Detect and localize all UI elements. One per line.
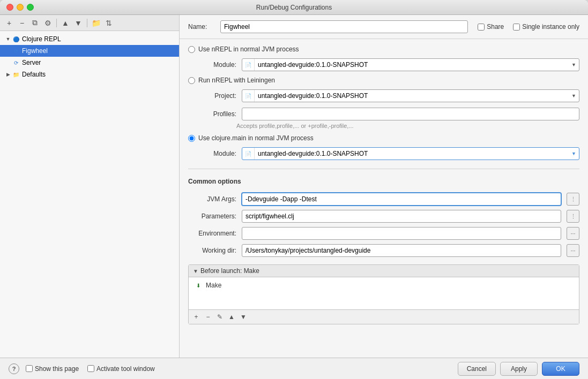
radio-clojure-main[interactable]	[188, 135, 195, 142]
project-row: Project: 📄 untangled-devguide:0.1.0-SNAP…	[199, 89, 579, 102]
move-down-button[interactable]: ▼	[72, 17, 84, 29]
help-button[interactable]: ?	[9, 363, 19, 374]
project-select-wrapper: 📄 untangled-devguide:0.1.0-SNAPSHOT ▼	[242, 89, 579, 102]
before-launch-up-button[interactable]: ▲	[226, 312, 237, 322]
common-options: JVM Args: ⋮ Parameters: ⋮ Environment:	[188, 193, 579, 257]
window-title: Run/Debug Configurations	[256, 4, 332, 11]
module-select-1[interactable]: untangled-devguide:0.1.0-SNAPSHOT	[255, 59, 569, 71]
move-up-button[interactable]: ▲	[59, 17, 71, 29]
profiles-row: Profiles:	[199, 108, 579, 120]
before-launch-down-button[interactable]: ▼	[238, 312, 249, 322]
settings-config-button[interactable]: ⚙	[42, 17, 54, 29]
copy-config-button[interactable]: ⧉	[29, 17, 41, 29]
profiles-label: Profiles:	[199, 110, 236, 118]
show-page-text: Show this page	[35, 365, 79, 373]
jvm-args-input[interactable]	[242, 193, 561, 206]
module-arrow-1[interactable]: ▼	[569, 62, 579, 67]
left-panel: + − ⧉ ⚙ ▲ ▼ 📁 ⇅ ▼ 🔵 Clojure REPL	[0, 15, 180, 358]
minimize-button[interactable]	[17, 4, 24, 11]
parameters-row: Parameters: ⋮	[188, 210, 579, 223]
tree-label-figwheel: Figwheel	[22, 47, 48, 55]
module-arrow-2[interactable]: ▼	[569, 151, 579, 156]
sort-button[interactable]: ⇅	[103, 17, 115, 29]
radio-clojure-main-row: Use clojure.main in normal JVM process	[188, 134, 579, 142]
figwheel-icon: ⟳	[12, 47, 20, 55]
folder-button[interactable]: 📁	[90, 17, 102, 29]
radio-leiningen-label: Run nREPL with Leiningen	[198, 77, 275, 84]
jvm-args-browse-button[interactable]: ⋮	[567, 193, 579, 206]
project-arrow[interactable]: ▼	[569, 93, 579, 98]
tree-item-server[interactable]: ⟳ Server	[0, 57, 179, 69]
separator-2	[87, 19, 87, 27]
working-dir-browse-button[interactable]: ···	[567, 244, 579, 257]
before-launch-item-make: ⬇ Make	[191, 279, 577, 291]
left-toolbar: + − ⧉ ⚙ ▲ ▼ 📁 ⇅	[0, 15, 179, 31]
module-select-wrapper-1: 📄 untangled-devguide:0.1.0-SNAPSHOT ▼	[242, 58, 579, 71]
server-icon: ⟳	[12, 58, 20, 67]
add-config-button[interactable]: +	[3, 17, 15, 29]
header-checkboxes: Share Single instance only	[478, 23, 579, 31]
activate-window-checkbox[interactable]	[87, 365, 94, 372]
show-page-checkbox[interactable]	[26, 365, 33, 372]
tree-item-figwheel[interactable]: ⟳ Figwheel	[0, 45, 179, 57]
radio-nrepl-jvm-label: Use nREPL in normal JVM process	[198, 46, 299, 53]
project-icon: 📄	[242, 90, 255, 102]
working-dir-input[interactable]	[242, 244, 561, 257]
single-instance-checkbox-label: Single instance only	[513, 23, 579, 31]
module-select-2[interactable]: untangled-devguide:0.1.0-SNAPSHOT	[255, 148, 569, 160]
tree-label-defaults: Defaults	[22, 71, 46, 78]
tree-toggle-clojure-repl[interactable]: ▼	[4, 35, 12, 43]
module-label-2: Module:	[199, 150, 236, 157]
tree-toggle-defaults[interactable]: ▶	[4, 71, 12, 78]
single-instance-checkbox[interactable]	[513, 24, 520, 31]
config-body: Use nREPL in normal JVM process Module: …	[180, 39, 588, 358]
parameters-input[interactable]	[242, 210, 561, 223]
maximize-button[interactable]	[27, 4, 34, 11]
tree-label-server: Server	[22, 59, 41, 66]
before-launch-item-label: Make	[206, 282, 221, 289]
before-launch-edit-button[interactable]: ✎	[214, 312, 225, 322]
environment-input[interactable]	[242, 227, 561, 240]
share-checkbox[interactable]	[478, 24, 485, 31]
project-select[interactable]: untangled-devguide:0.1.0-SNAPSHOT	[255, 90, 569, 102]
profiles-hint: Accepts profile,profile,... or +profile,…	[236, 123, 579, 129]
working-dir-label: Working dir:	[188, 247, 236, 254]
main-content: + − ⧉ ⚙ ▲ ▼ 📁 ⇅ ▼ 🔵 Clojure REPL	[0, 15, 588, 358]
folder-icon: 🔵	[12, 35, 20, 43]
before-launch-header[interactable]: ▼ Before launch: Make	[189, 265, 579, 277]
bottom-checkboxes: Show this page Activate tool window	[26, 365, 451, 373]
radio-clojure-main-label: Use clojure.main in normal JVM process	[198, 134, 314, 142]
before-launch-add-button[interactable]: +	[191, 312, 202, 322]
module-select-wrapper-2: 📄 untangled-devguide:0.1.0-SNAPSHOT ▼	[242, 147, 579, 160]
share-label: Share	[487, 23, 504, 31]
common-options-header: Common options	[188, 178, 579, 185]
name-input[interactable]	[220, 20, 468, 33]
apply-button[interactable]: Apply	[500, 362, 538, 376]
config-tree: ▼ 🔵 Clojure REPL ⟳ Figwheel ⟳ Server	[0, 31, 179, 358]
close-button[interactable]	[6, 4, 13, 11]
environment-browse-button[interactable]: ···	[567, 227, 579, 240]
ok-button[interactable]: OK	[542, 362, 579, 376]
before-launch-remove-button[interactable]: −	[203, 312, 213, 322]
module-row-1: Module: 📄 untangled-devguide:0.1.0-SNAPS…	[199, 58, 579, 71]
project-label: Project:	[199, 92, 236, 100]
parameters-label: Parameters:	[188, 213, 236, 220]
radio-nrepl-jvm-row: Use nREPL in normal JVM process	[188, 46, 579, 53]
radio-nrepl-jvm[interactable]	[188, 46, 195, 53]
title-bar: Run/Debug Configurations	[0, 0, 588, 15]
traffic-lights	[6, 4, 34, 11]
cancel-button[interactable]: Cancel	[458, 362, 496, 376]
radio-leiningen-row: Run nREPL with Leiningen	[188, 77, 579, 84]
tree-item-clojure-repl[interactable]: ▼ 🔵 Clojure REPL	[0, 33, 179, 45]
module-icon-1: 📄	[242, 59, 255, 71]
profiles-input[interactable]	[242, 108, 579, 120]
remove-config-button[interactable]: −	[16, 17, 28, 29]
radio-leiningen[interactable]	[188, 77, 195, 84]
before-launch-toolbar: + − ✎ ▲ ▼	[189, 309, 579, 324]
environment-row: Environment: ···	[188, 227, 579, 240]
tree-item-defaults[interactable]: ▶ 📁 Defaults	[0, 69, 179, 80]
parameters-browse-button[interactable]: ⋮	[567, 210, 579, 223]
section-divider	[188, 169, 579, 169]
module-row-2: Module: 📄 untangled-devguide:0.1.0-SNAPS…	[199, 147, 579, 160]
action-buttons: Cancel Apply OK	[458, 362, 579, 376]
